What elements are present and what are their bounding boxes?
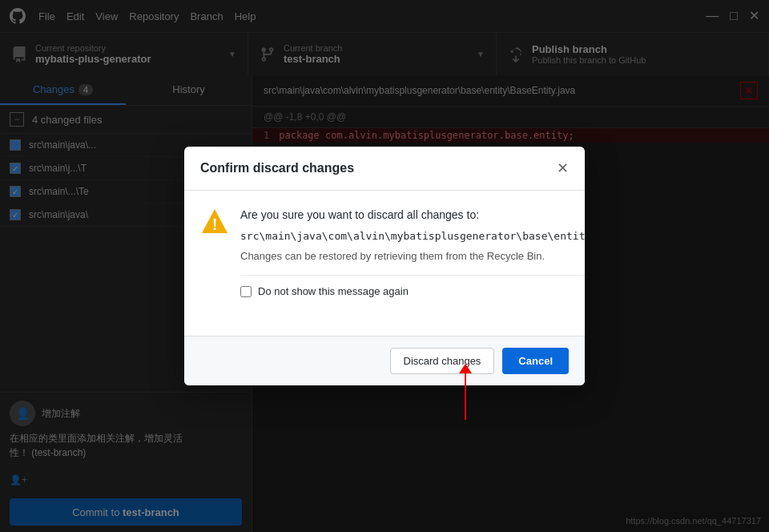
discard-changes-modal: Confirm discard changes ✕ ! Are you sure… (184, 147, 585, 385)
filepath-prefix: src\main\java\com\alvin\mybatisplusgener… (240, 230, 585, 242)
modal-note: Changes can be restored by retrieving th… (240, 250, 585, 262)
modal-overlay: Confirm discard changes ✕ ! Are you sure… (0, 0, 769, 532)
modal-filepath: src\main\java\com\alvin\mybatisplusgener… (240, 230, 585, 242)
warning-icon: ! (200, 207, 229, 236)
dont-show-checkbox[interactable] (240, 286, 252, 297)
modal-body: ! Are you sure you want to discard all c… (184, 191, 585, 336)
modal-checkbox-row: Do not show this message again (240, 275, 585, 307)
modal-message-container: Are you sure you want to discard all cha… (240, 207, 585, 307)
modal-footer: Discard changes Cancel (184, 336, 585, 385)
modal-header: Confirm discard changes ✕ (184, 147, 585, 191)
modal-title: Confirm discard changes (200, 161, 354, 175)
modal-question: Are you sure you want to discard all cha… (240, 207, 585, 224)
svg-text:!: ! (212, 216, 218, 233)
modal-warning-row: ! Are you sure you want to discard all c… (200, 207, 569, 307)
modal-close-button[interactable]: ✕ (557, 159, 569, 177)
cancel-button[interactable]: Cancel (502, 348, 569, 374)
discard-changes-button[interactable]: Discard changes (390, 348, 495, 374)
dont-show-label: Do not show this message again (258, 285, 409, 297)
